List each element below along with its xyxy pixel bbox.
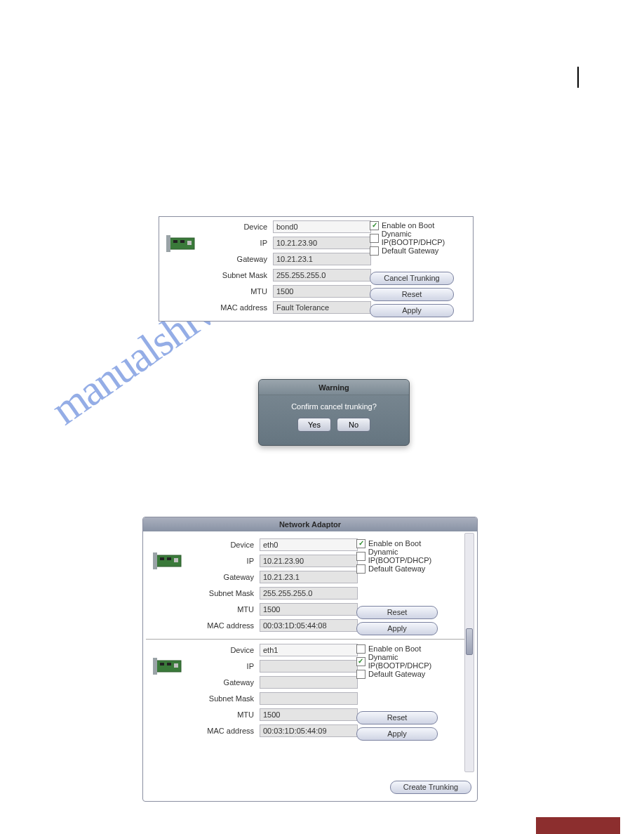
warning-dialog: Warning Confirm cancel trunking? Yes No [258,379,410,446]
nic-card-icon [153,550,187,571]
device-input[interactable] [260,538,358,551]
gateway-input[interactable] [260,676,358,689]
footer-red-block [536,817,620,834]
subnet-input[interactable] [273,269,371,282]
subnet-label: Subnet Mask [189,589,260,597]
svg-rect-11 [153,658,157,675]
dynamic-ip-checkbox[interactable] [356,657,365,666]
bond-config-panel: Device IP Gateway Subnet Mask MTU MAC ad… [159,216,474,322]
adapter-block-eth0: Device IP Gateway Subnet Mask MTU MAC ad… [146,534,474,640]
mtu-label: MTU [189,710,260,719]
mtu-label: MTU [189,605,260,614]
default-gateway-checkbox[interactable] [356,564,365,574]
device-input[interactable] [260,644,358,656]
dialog-message: Confirm cancel trunking? [259,402,409,411]
svg-rect-13 [167,663,171,666]
bond-options: Enable on Boot Dynamic IP(BOOTP/DHCP) De… [370,219,475,257]
mtu-input[interactable] [260,708,358,721]
dynamic-ip-label: Dynamic IP(BOOTP/DHCP) [368,548,462,564]
device-label: Device [189,646,260,654]
gateway-input[interactable] [273,253,371,265]
enable-on-boot-checkbox[interactable] [356,539,365,548]
svg-rect-12 [160,663,164,666]
dynamic-ip-checkbox[interactable] [356,552,365,561]
nic-card-icon [166,232,200,253]
ip-input[interactable] [260,660,358,673]
enable-on-boot-checkbox[interactable] [356,644,365,654]
svg-rect-3 [180,240,185,243]
adapters-body: Device IP Gateway Subnet Mask MTU MAC ad… [143,531,477,774]
mac-label: MAC address [189,727,260,735]
gateway-label: Gateway [189,573,260,581]
device-label: Device [203,223,273,231]
default-gateway-label: Default Gateway [368,564,425,573]
default-gateway-checkbox[interactable] [370,246,379,256]
ip-input[interactable] [273,237,371,249]
subnet-label: Subnet Mask [189,694,260,703]
default-gateway-label: Default Gateway [368,670,425,678]
subnet-input[interactable] [260,587,358,600]
ip-input[interactable] [260,555,358,567]
bond-buttons: Cancel Trunking Reset Apply [370,272,454,320]
network-adaptor-panel: Network Adaptor Device IP Gateway Subnet… [142,517,478,802]
reset-button[interactable]: Reset [370,288,454,301]
dialog-title: Warning [259,380,409,395]
dynamic-ip-label: Dynamic IP(BOOTP/DHCP) [368,653,462,670]
svg-rect-1 [166,235,170,252]
subnet-input[interactable] [260,692,358,705]
mac-label: MAC address [203,303,273,312]
scroll-thumb[interactable] [466,628,473,655]
apply-button[interactable]: Apply [370,304,454,317]
svg-rect-8 [167,557,171,560]
device-input[interactable] [273,220,371,233]
enable-on-boot-label: Enable on Boot [382,221,434,230]
cancel-trunking-button[interactable]: Cancel Trunking [370,272,454,285]
mac-input[interactable] [273,301,371,314]
dynamic-ip-label: Dynamic IP(BOOTP/DHCP) [382,230,475,246]
enable-on-boot-label: Enable on Boot [368,644,421,653]
ip-label: IP [189,557,260,565]
scrollbar[interactable] [464,533,474,772]
panel-title: Network Adaptor [143,517,477,531]
reset-button[interactable]: Reset [356,711,438,724]
dialog-no-button[interactable]: No [337,418,370,432]
enable-on-boot-checkbox[interactable] [370,221,379,230]
apply-button[interactable]: Apply [356,622,438,635]
create-trunking-button[interactable]: Create Trunking [390,781,471,794]
svg-rect-4 [187,241,192,245]
page-mark [577,67,579,88]
default-gateway-label: Default Gateway [382,246,438,255]
mtu-input[interactable] [273,285,371,298]
svg-rect-9 [174,558,178,562]
mtu-input[interactable] [260,603,358,616]
mtu-label: MTU [203,287,273,296]
mac-input[interactable] [260,619,358,632]
default-gateway-checkbox[interactable] [356,670,365,679]
subnet-label: Subnet Mask [203,271,273,279]
ip-label: IP [203,239,273,247]
bond-fields: Device IP Gateway Subnet Mask MTU MAC ad… [203,219,398,316]
adapter-block-eth1: Device IP Gateway Subnet Mask MTU MAC ad… [146,640,474,745]
nic-card-icon [153,655,187,676]
mac-label: MAC address [189,621,260,630]
ip-label: IP [189,662,260,670]
dynamic-ip-checkbox[interactable] [370,234,379,243]
gateway-input[interactable] [260,571,358,583]
svg-rect-2 [173,240,177,243]
device-label: Device [189,541,260,549]
gateway-label: Gateway [189,678,260,687]
gateway-label: Gateway [203,255,273,263]
reset-button[interactable]: Reset [356,606,438,619]
apply-button[interactable]: Apply [356,727,438,741]
enable-on-boot-label: Enable on Boot [368,539,421,548]
svg-rect-6 [153,552,157,569]
svg-rect-14 [174,663,178,668]
dialog-yes-button[interactable]: Yes [297,418,331,432]
mac-input[interactable] [260,724,358,737]
svg-rect-7 [160,557,164,560]
